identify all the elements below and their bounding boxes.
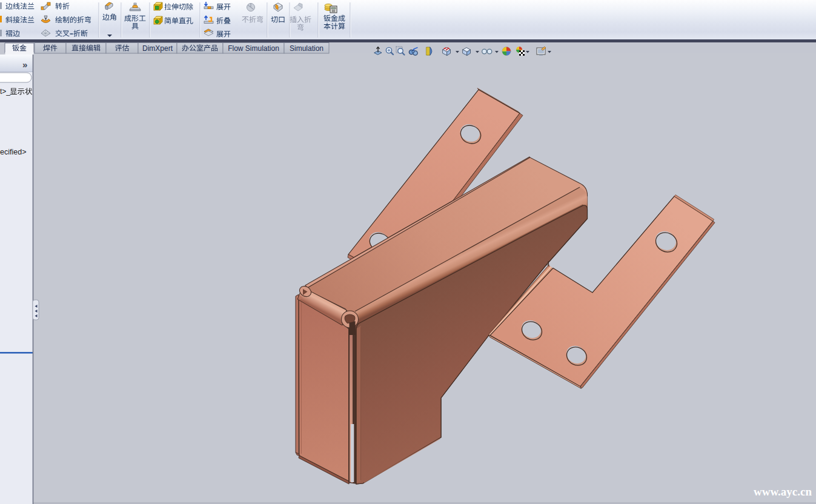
svg-text:t>_: t>_ [0,87,10,96]
svg-text:ecified>: ecified> [0,148,26,156]
svg-text:Simulation: Simulation [290,44,323,53]
svg-text:www.ayc.cn: www.ayc.cn [754,485,812,498]
svg-text:»: » [22,59,27,70]
svg-text:DimXpert: DimXpert [142,44,173,53]
svg-text:Flow Simulation: Flow Simulation [228,44,279,53]
